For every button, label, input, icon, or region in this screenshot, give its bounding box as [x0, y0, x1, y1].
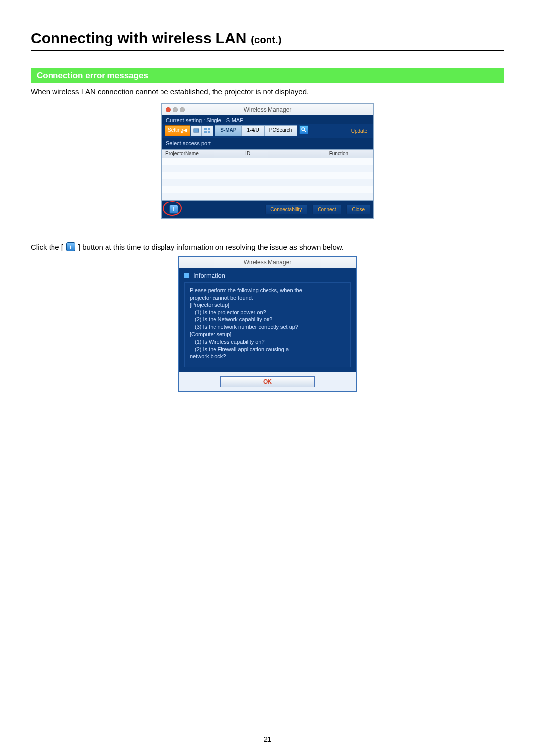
title-rule: [31, 50, 504, 51]
msg-line: (2) Is the Network capability on?: [190, 316, 345, 323]
update-link[interactable]: Update: [351, 128, 370, 134]
window-title: Wireless Manager: [162, 106, 373, 113]
svg-line-6: [305, 130, 306, 132]
info-icon: i: [66, 242, 75, 251]
svg-rect-2: [208, 128, 210, 130]
table-row: [162, 193, 373, 200]
svg-rect-3: [204, 131, 207, 133]
col-function: Function: [326, 150, 373, 158]
click-post: ] button at this time to display informa…: [78, 243, 344, 251]
dialog-footer: OK: [179, 372, 356, 391]
svg-rect-4: [208, 131, 210, 133]
col-projector-name: ProjectorName: [162, 150, 242, 158]
tab-pcsearch[interactable]: PCSearch: [265, 125, 298, 136]
mode-segmented[interactable]: [190, 125, 213, 136]
projector-table: ProjectorName ID Function: [162, 149, 373, 201]
page-title: Connecting with wireless LAN (cont.): [31, 30, 504, 47]
mode-single-icon[interactable]: [191, 126, 202, 136]
page-number: 21: [0, 735, 535, 743]
intro-text: When wireless LAN connection cannot be e…: [31, 87, 504, 96]
table-row: [162, 158, 373, 165]
ok-button[interactable]: OK: [220, 376, 315, 387]
title-main: Connecting with wireless LAN: [31, 30, 247, 46]
msg-line: (2) Is the Firewall application causing …: [190, 346, 345, 353]
dialog-header: Information: [184, 272, 351, 279]
chevron-left-icon: ◀: [183, 127, 187, 133]
click-instruction: Click the [ i ] button at this time to d…: [31, 242, 504, 251]
svg-rect-1: [204, 128, 207, 130]
search-icon[interactable]: [299, 125, 308, 134]
bottom-bar: i Connectability Connect Close: [162, 201, 373, 218]
dialog-header-text: Information: [193, 272, 225, 279]
msg-line: (3) Is the network number correctly set …: [190, 323, 345, 331]
square-bullet-icon: [184, 273, 189, 278]
msg-line: [Computer setup]: [190, 331, 345, 338]
msg-line: (1) Is the projector power on?: [190, 309, 345, 316]
col-id: ID: [242, 150, 326, 158]
info-button-highlight: i: [165, 202, 183, 216]
table-row: [162, 172, 373, 179]
table-header: ProjectorName ID Function: [162, 150, 373, 158]
connectability-button[interactable]: Connectability: [265, 205, 307, 214]
svg-point-5: [302, 128, 305, 131]
msg-line: [Projector setup]: [190, 302, 345, 309]
search-tabs: S-MAP 1-4/U PCSearch: [215, 125, 297, 136]
table-row: [162, 179, 373, 186]
connect-button[interactable]: Connect: [312, 205, 341, 214]
close-button[interactable]: Close: [346, 205, 370, 214]
current-setting-label: Current setting : Single - S-MAP: [162, 115, 373, 124]
msg-line: (1) Is Wireless capability on?: [190, 338, 345, 346]
tab-smap[interactable]: S-MAP: [215, 125, 242, 136]
tab-1-4-u[interactable]: 1-4/U: [242, 125, 264, 136]
setting-button-label: Setting: [168, 127, 183, 133]
window-titlebar: Wireless Manager: [162, 104, 373, 115]
wireless-manager-window: Wireless Manager Current setting : Singl…: [161, 103, 374, 219]
section-header: Connection error messages: [31, 68, 504, 83]
setting-button[interactable]: Setting◀: [165, 125, 190, 136]
dialog-title: Wireless Manager: [179, 257, 356, 268]
table-rows: [162, 158, 373, 200]
mode-multi-icon[interactable]: [202, 126, 213, 136]
table-row: [162, 165, 373, 172]
msg-line: network block?: [190, 353, 345, 360]
info-button[interactable]: i: [169, 205, 178, 214]
title-cont: (cont.): [251, 34, 282, 45]
svg-rect-0: [194, 129, 199, 132]
information-dialog: Wireless Manager Information Please perf…: [178, 256, 357, 392]
table-row: [162, 186, 373, 193]
msg-line: projector cannot be found.: [190, 294, 345, 302]
dialog-message: Please perform the following checks, whe…: [184, 282, 351, 367]
click-pre: Click the [: [31, 243, 63, 251]
msg-line: Please perform the following checks, whe…: [190, 287, 345, 294]
select-access-port-label: Select access port: [162, 138, 373, 149]
